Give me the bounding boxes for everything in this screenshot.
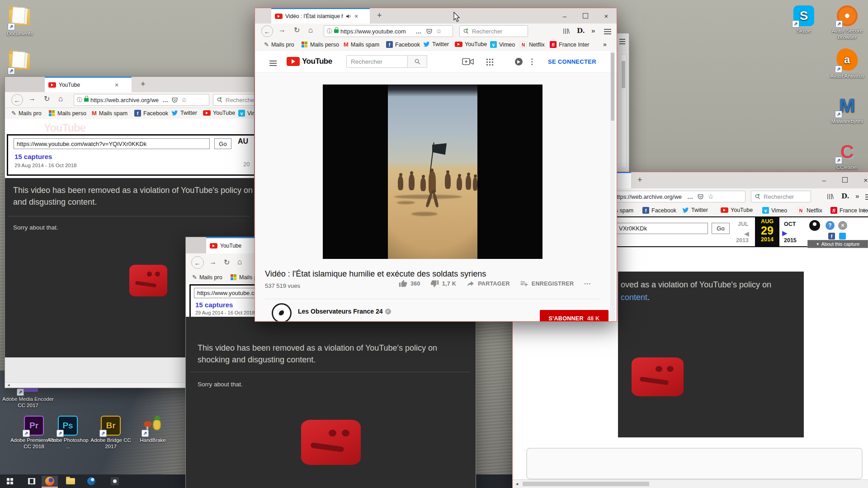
bookmark-mails-pro[interactable]: ✎Mails pro — [11, 110, 42, 117]
bookmark-france-inter[interactable]: fiFrance Inter — [550, 41, 589, 48]
horizontal-scrollbar[interactable]: ◄ — [513, 479, 868, 488]
task-view-button[interactable] — [24, 476, 40, 487]
subscribe-button[interactable]: S'ABONNER48 K — [540, 310, 609, 322]
back-button[interactable]: ← — [191, 256, 204, 269]
new-tab-button[interactable]: + — [377, 11, 382, 20]
tab-youtube[interactable]: YouTube × — [45, 77, 132, 92]
tab-close-icon[interactable]: × — [354, 13, 358, 20]
home-button[interactable]: ⌂ — [58, 94, 63, 103]
url-bar[interactable]: ⓘ https://web.archive.org/we … ☆ — [74, 94, 209, 106]
bookmark-star-icon[interactable]: ☆ — [708, 193, 714, 200]
profile-icon[interactable] — [809, 220, 820, 231]
search-bar[interactable]: Rechercher — [213, 94, 255, 106]
extension-d-icon[interactable]: D. — [841, 192, 849, 200]
messages-icon[interactable] — [515, 58, 523, 66]
bookmark-youtube[interactable]: YouTube — [721, 207, 753, 213]
wayback-url-input[interactable]: https://www.youtube.com — [194, 288, 259, 298]
title-bar[interactable]: YouTube × + — [5, 77, 254, 93]
bookmark-twitter[interactable]: Twitter — [423, 41, 449, 47]
title-bar[interactable]: Vidéo : l'État islamique hum × + – × — [255, 8, 617, 24]
timeline-current-capture[interactable]: AUG 29 2014 — [755, 217, 779, 246]
forward-button[interactable]: → — [278, 26, 286, 34]
desktop-icon-avast-antivirus[interactable]: a↗ Avast Antivirus — [826, 49, 868, 79]
wayback-go-button[interactable]: Go — [214, 138, 231, 149]
bookmark-facebook[interactable]: fFacebook — [642, 207, 676, 214]
home-button[interactable]: ⌂ — [308, 26, 313, 35]
captures-link[interactable]: 15 captures — [195, 301, 233, 309]
maximize-button[interactable] — [837, 174, 853, 186]
tab-close-icon[interactable]: × — [115, 81, 118, 89]
more-options-icon[interactable]: ⋮ — [528, 57, 536, 66]
about-this-capture-badge[interactable]: ▼ About this capture — [807, 240, 868, 248]
bookmark-star-icon[interactable]: ☆ — [181, 96, 187, 103]
bookmark-netflix[interactable]: NNetflix — [797, 207, 822, 214]
vertical-scrollbar[interactable] — [610, 51, 615, 321]
desktop-icon-folder[interactable]: ↗ — [0, 50, 41, 75]
page-actions-icon[interactable]: … — [162, 97, 168, 103]
url-bar[interactable]: ⓘ https://www.youtube.com … ☆ — [324, 25, 453, 37]
search-bar[interactable]: Rechercher — [751, 191, 811, 202]
new-tab-button[interactable]: + — [637, 175, 642, 185]
back-button[interactable]: ← — [11, 94, 23, 106]
bookmark-facebook[interactable]: fFacebook — [386, 41, 420, 48]
youtube-search-button[interactable] — [407, 55, 427, 68]
blue-app-button[interactable] — [83, 476, 99, 487]
upload-video-icon[interactable] — [462, 58, 474, 66]
timeline-month-oct[interactable]: OCT — [784, 221, 796, 227]
twitter-share-icon[interactable] — [839, 233, 846, 239]
menu-icon[interactable] — [865, 194, 868, 195]
captures-link[interactable]: 15 captures — [14, 153, 52, 160]
file-explorer-button[interactable] — [62, 476, 79, 487]
desktop-icon-documents[interactable]: ↗ Documents — [0, 5, 41, 37]
forward-button[interactable]: → — [209, 258, 217, 266]
bookmark-twitter[interactable]: Twitter — [682, 207, 708, 213]
bookmarks-overflow-icon[interactable]: » — [603, 41, 607, 48]
guide-menu-icon[interactable] — [269, 61, 277, 61]
scrollbar-thumb[interactable] — [622, 61, 625, 88]
site-info-icon[interactable]: ⓘ — [77, 96, 82, 104]
close-button[interactable]: × — [858, 174, 868, 186]
vertical-scrollbar[interactable] — [621, 54, 627, 168]
scroll-left-icon[interactable]: ◄ — [7, 383, 10, 387]
page-actions-icon[interactable]: … — [687, 193, 693, 200]
library-icon[interactable] — [562, 28, 570, 35]
tab-audio-icon[interactable] — [346, 14, 352, 19]
bookmark-youtube[interactable]: YouTube — [455, 41, 487, 47]
start-button[interactable] — [2, 476, 18, 487]
tab-video[interactable]: Vidéo : l'État islamique hum × — [271, 8, 370, 23]
bookmark-mails-perso[interactable]: Mails perso — [301, 41, 339, 48]
pocket-icon[interactable] — [426, 28, 433, 35]
bookmark-mails-pro[interactable]: ✎Mails pro — [192, 274, 222, 281]
reload-button[interactable]: ↻ — [224, 258, 230, 267]
library-icon[interactable] — [826, 193, 834, 200]
timeline-prev-icon[interactable]: ◀ — [744, 230, 749, 237]
reload-button[interactable]: ↻ — [44, 94, 50, 103]
forward-button[interactable]: → — [28, 94, 36, 103]
bookmark-vimeo[interactable]: vVimeo — [490, 41, 515, 48]
extension-d-icon[interactable]: D. — [577, 27, 585, 35]
youtube-apps-icon[interactable] — [486, 59, 493, 66]
video-player[interactable] — [323, 84, 542, 259]
close-button[interactable]: × — [599, 10, 614, 22]
timeline-month-jul[interactable]: JUL — [738, 221, 749, 227]
wayback-go-button[interactable]: Go — [712, 223, 730, 234]
bookmark-mails-spam[interactable]: MMails spam — [92, 110, 127, 117]
bookmark-netflix[interactable]: NNetflix — [520, 41, 545, 48]
dislike-button[interactable]: 1,7 K — [430, 279, 456, 288]
help-icon[interactable]: ? — [826, 221, 835, 230]
desktop-icon-media-encoder[interactable]: ↗ Adobe Media Encoder CC 2017 — [1, 385, 55, 408]
bookmark-twitter[interactable]: Twitter — [171, 110, 197, 116]
youtube-logo[interactable]: YouTube — [287, 57, 332, 66]
close-toolbar-icon[interactable]: × — [838, 221, 847, 230]
bookmark-star-icon[interactable]: ☆ — [436, 28, 442, 35]
desktop-icon-handbrake[interactable]: ↗ HandBrake — [131, 416, 175, 443]
timeline-next-icon[interactable]: ▶ — [782, 229, 788, 237]
scrollbar-thumb[interactable] — [611, 53, 614, 121]
bookmark-mails-spam[interactable]: MMails spam — [344, 41, 379, 48]
desktop-icon-ccleaner[interactable]: C↗ CCleaner — [826, 142, 868, 170]
site-info-icon[interactable]: ⓘ — [327, 28, 332, 35]
page-actions-icon[interactable]: … — [416, 28, 422, 35]
bookmarks-overflow-icon[interactable]: » — [862, 206, 865, 214]
search-bar[interactable]: Rechercher — [459, 25, 528, 37]
minimize-button[interactable]: – — [557, 10, 572, 22]
